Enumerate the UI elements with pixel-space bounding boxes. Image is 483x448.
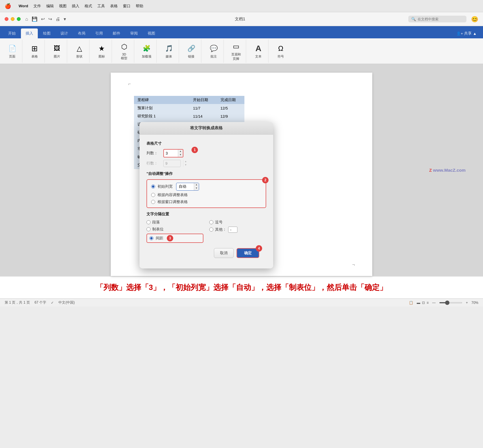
tab-view[interactable]: 视图 xyxy=(143,28,160,38)
plus-icon[interactable]: + xyxy=(466,301,468,305)
rows-down-button: ▼ xyxy=(183,163,188,167)
sep-space-label: 间距 xyxy=(156,236,163,241)
minus-icon[interactable]: — xyxy=(432,301,436,305)
adjust-content-radio[interactable] xyxy=(151,193,155,197)
apple-menu-icon[interactable]: 🍎 xyxy=(5,3,11,9)
initial-width-radio[interactable] xyxy=(151,184,155,189)
media-label: 媒体 xyxy=(166,54,172,59)
home-icon[interactable]: ⌂ xyxy=(25,17,28,22)
page-button[interactable]: 📄 页面 xyxy=(5,42,19,60)
tab-start[interactable]: 开始 xyxy=(3,28,20,38)
print-icon[interactable]: 🖨 xyxy=(56,17,60,22)
link-button[interactable]: 🔗 链接 xyxy=(184,42,198,60)
menu-window[interactable]: 窗口 xyxy=(123,3,130,9)
columns-spinner[interactable]: ▲ ▼ xyxy=(178,150,183,157)
save-icon[interactable]: 💾 xyxy=(32,16,37,22)
columns-input[interactable] xyxy=(164,150,178,157)
sep-tab-radio[interactable] xyxy=(146,227,151,231)
sep-comma-radio[interactable] xyxy=(209,220,213,224)
header-label: 页眉和 页脚 xyxy=(231,52,241,61)
document-content-area: ⌐ ¬ 里程碑 开始日期 完成日期 预算计划 11/7 12/5 研究阶段 1 … xyxy=(0,64,483,276)
adjust-window-radio-row: 根据窗口调整表格 xyxy=(151,199,262,205)
menu-edit[interactable]: 编辑 xyxy=(46,3,54,9)
titlebar-icons: ⌂ 💾 ↩ ↪ 🖨 ▾ xyxy=(25,16,66,22)
tab-mail[interactable]: 邮件 xyxy=(108,28,125,38)
auto-width-input[interactable] xyxy=(176,184,194,190)
media-button[interactable]: 🎵 媒体 xyxy=(162,42,176,60)
icons-button[interactable]: ★ 图标 xyxy=(95,42,109,60)
focus-mode-icon[interactable]: 📋 xyxy=(409,301,413,305)
table-button[interactable]: ⊞ 表格 xyxy=(28,42,42,60)
tab-layout[interactable]: 布局 xyxy=(73,28,90,38)
zoom-slider[interactable] xyxy=(439,302,462,303)
print-view-icon[interactable]: ▬ xyxy=(417,301,420,305)
redo-icon[interactable]: ↪ xyxy=(48,16,52,22)
sep-other-label: 其他： xyxy=(215,227,226,232)
sep-other-input[interactable] xyxy=(228,227,237,233)
menu-file[interactable]: 文件 xyxy=(33,3,41,9)
tab-insert[interactable]: 插入 xyxy=(21,28,38,38)
columns-down-button[interactable]: ▼ xyxy=(178,153,183,157)
columns-row: 列数： ▲ ▼ 1 xyxy=(146,149,266,157)
columns-up-button[interactable]: ▲ xyxy=(178,150,183,153)
proofread-icon[interactable]: ✓ xyxy=(51,301,54,305)
adjust-content-label: 根据内容调整表格 xyxy=(158,192,188,198)
ribbon-group-page: 📄 页面 xyxy=(2,40,22,63)
ribbon-group-3d: ⬡ 3D 模型 xyxy=(114,40,134,63)
search-box[interactable]: 🔍 xyxy=(408,16,466,22)
symbol-button[interactable]: Ω 符号 xyxy=(274,42,288,60)
menu-help[interactable]: 帮助 xyxy=(136,3,143,9)
rows-label: 行数： xyxy=(146,161,161,166)
comment-button[interactable]: 💬 批注 xyxy=(207,42,221,60)
separator-col-left: 段落 制表位 间距 3 xyxy=(146,220,203,245)
outline-view-icon[interactable]: ≡ xyxy=(427,301,429,305)
auto-width-up-button[interactable]: ▲ xyxy=(194,183,199,187)
tab-review[interactable]: 审阅 xyxy=(126,28,142,38)
separator-col-right: 逗号 其他： xyxy=(209,220,266,245)
menu-table[interactable]: 表格 xyxy=(110,3,118,9)
menu-tools[interactable]: 工具 xyxy=(97,3,105,9)
auto-width-down-button[interactable]: ▼ xyxy=(194,187,199,190)
menu-insert[interactable]: 插入 xyxy=(72,3,79,9)
symbol-label: 符号 xyxy=(278,54,284,59)
sep-paragraph-radio[interactable] xyxy=(146,220,151,224)
text-button[interactable]: A 文本 xyxy=(251,42,265,60)
table-row: 研究阶段 1 11/14 12/9 xyxy=(134,112,244,120)
separator-section-title: 文字分隔位置 xyxy=(146,212,266,217)
sep-other-radio[interactable] xyxy=(209,227,213,232)
sep-space-radio[interactable] xyxy=(149,236,153,240)
tab-design[interactable]: 设计 xyxy=(56,28,73,38)
page-info: 第 1 页，共 1 页 xyxy=(5,300,30,305)
separator-grid: 段落 制表位 间距 3 xyxy=(146,220,266,245)
tab-reference[interactable]: 引用 xyxy=(91,28,108,38)
user-icon[interactable]: 😊 xyxy=(471,16,478,23)
image-button[interactable]: 🖼 图片 xyxy=(50,42,64,60)
menu-format[interactable]: 格式 xyxy=(85,3,92,9)
shape-button[interactable]: △ 形状 xyxy=(72,42,86,60)
3d-button[interactable]: ⬡ 3D 模型 xyxy=(117,40,131,62)
menu-view[interactable]: 视图 xyxy=(59,3,67,9)
tab-draw[interactable]: 绘图 xyxy=(38,28,55,38)
web-view-icon[interactable]: ⊡ xyxy=(422,301,425,305)
maximize-button[interactable] xyxy=(17,17,21,21)
rows-input xyxy=(163,160,181,167)
watermark-z: Z xyxy=(429,168,432,173)
auto-width-input-wrap[interactable]: ▲ ▼ xyxy=(176,183,199,191)
chevron-down-icon[interactable]: ▾ xyxy=(64,16,66,22)
undo-icon[interactable]: ↩ xyxy=(41,16,45,22)
auto-width-spinner[interactable]: ▲ ▼ xyxy=(194,183,199,190)
table-row: 预算计划 11/7 12/5 xyxy=(134,104,244,112)
close-button[interactable] xyxy=(5,17,8,21)
text-icon: A xyxy=(253,43,264,54)
minimize-button[interactable] xyxy=(11,17,15,21)
cancel-button[interactable]: 取消 xyxy=(214,248,234,258)
search-input[interactable] xyxy=(418,17,464,21)
columns-input-wrap[interactable]: ▲ ▼ xyxy=(163,149,183,157)
dialog-buttons: 取消 确定 4 xyxy=(146,245,266,258)
link-label: 链接 xyxy=(188,54,194,59)
adjust-window-radio[interactable] xyxy=(151,200,155,204)
header-button[interactable]: ▭ 页眉和 页脚 xyxy=(229,40,243,62)
addon-button[interactable]: 🧩 加载项 xyxy=(139,42,153,60)
share-button[interactable]: 👤+ 共享 ▲ xyxy=(453,30,480,37)
link-icon: 🔗 xyxy=(186,43,196,54)
